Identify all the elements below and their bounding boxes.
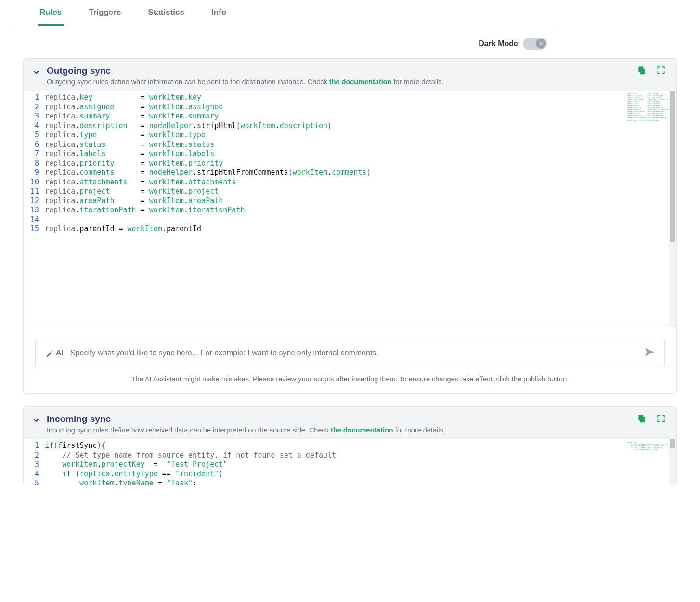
outgoing-title: Outgoing sync [47,65,631,76]
send-icon[interactable] [644,347,655,359]
incoming-editor[interactable]: 12345 if(firstSync){ // Set type name fr… [24,439,676,485]
incoming-sync-panel: Incoming sync Incoming sync rules define… [23,406,677,485]
ai-note: The AI Assistant might make mistakes. Pl… [35,368,665,387]
ai-placeholder: Specify what you'd like to sync here... … [70,349,637,357]
tab-info[interactable]: Info [209,0,228,26]
dark-mode-label: Dark Mode [479,39,518,48]
incoming-title: Incoming sync [47,414,631,424]
tab-triggers[interactable]: Triggers [87,0,123,26]
outgoing-desc-prefix: Outgoing sync rules define what informat… [47,78,329,86]
ai-input[interactable]: AI Specify what you'd like to sync here.… [35,338,665,368]
dark-mode-toggle[interactable]: ✕ [523,38,547,50]
incoming-desc-prefix: Incoming sync rules define how received … [47,426,331,434]
incoming-doc-link[interactable]: the documentation [331,426,393,434]
tab-bar: RulesTriggersStatisticsInfo [14,0,556,26]
chevron-down-icon[interactable] [31,416,41,425]
incoming-desc-suffix: for more details. [393,426,445,434]
ai-assist-row: AI Specify what you'd like to sync here.… [24,327,676,393]
line-gutter: 123456789101112131415 [24,91,45,327]
copy-icon[interactable] [637,65,647,75]
incoming-desc: Incoming sync rules define how received … [47,426,631,434]
minimap[interactable]: replica.key = workItem.key replica.assig… [625,91,669,327]
outgoing-editor[interactable]: 123456789101112131415 replica.key = work… [24,91,676,327]
scrollbar[interactable] [669,439,676,485]
ai-badge-text: AI [56,349,64,357]
chevron-down-icon[interactable] [31,67,41,77]
code-area[interactable]: if(firstSync){ // Set type name from sou… [45,439,625,485]
tab-rules[interactable]: Rules [38,0,64,26]
dark-mode-row: Dark Mode ✕ [0,36,570,58]
svg-rect-1 [638,67,643,73]
minimap[interactable]: if(firstSync){ // Set type name from sou… [625,439,669,485]
outgoing-desc-suffix: for more details. [392,78,444,86]
line-gutter: 12345 [24,439,45,485]
outgoing-desc: Outgoing sync rules define what informat… [47,78,631,86]
ai-wand-icon: AI [45,349,64,357]
outgoing-sync-panel: Outgoing sync Outgoing sync rules define… [23,58,677,394]
fullscreen-icon[interactable] [656,414,666,423]
scrollbar[interactable] [669,91,676,327]
svg-rect-3 [638,415,643,421]
copy-icon[interactable] [637,414,647,423]
code-area[interactable]: replica.key = workItem.keyreplica.assign… [45,91,625,327]
outgoing-doc-link[interactable]: the documentation [329,78,392,86]
tab-statistics[interactable]: Statistics [146,0,186,26]
fullscreen-icon[interactable] [656,65,666,75]
